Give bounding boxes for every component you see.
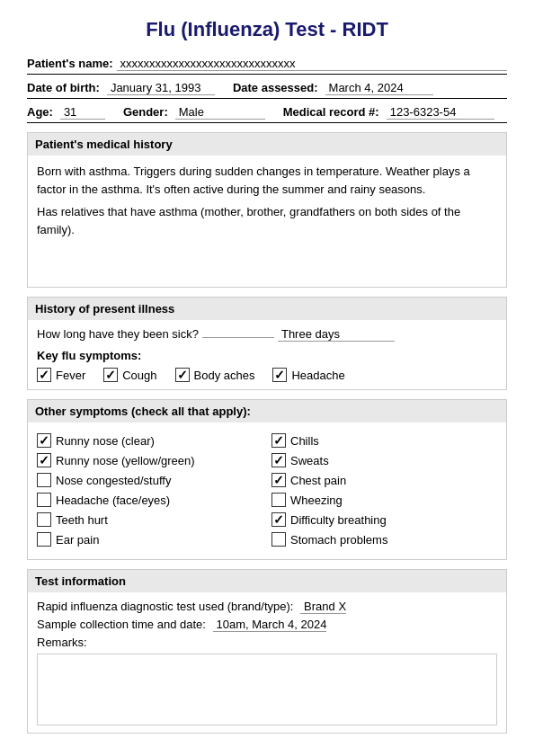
checkbox-other-headache-face[interactable] xyxy=(37,493,51,507)
checkmark-icon: ✓ xyxy=(273,453,284,467)
medical-record-label: Medical record #: xyxy=(283,105,379,119)
checkbox-headache[interactable]: ✓ xyxy=(272,368,287,382)
page-title: Flu (Influenza) Test - RIDT xyxy=(27,18,507,41)
key-symptoms-row: ✓Fever✓Cough✓Body aches✓Headache xyxy=(37,368,497,382)
checkmark-icon: ✓ xyxy=(273,512,284,527)
checkbox-other-difficulty-breathing[interactable]: ✓ xyxy=(271,512,286,527)
other-symptoms-right: ✓Chills✓Sweats✓Chest painWheezing✓Diffic… xyxy=(271,433,497,552)
remarks-box xyxy=(37,654,497,725)
test-info-header: Test information xyxy=(28,570,506,592)
patient-name-value: xxxxxxxxxxxxxxxxxxxxxxxxxxxxxx xyxy=(117,57,507,71)
checkmark-icon: ✓ xyxy=(39,368,49,382)
symptom-fever: ✓Fever xyxy=(37,368,85,382)
gender-value: Male xyxy=(175,105,265,120)
other-symptom-label-difficulty-breathing: Difficulty breathing xyxy=(290,513,387,527)
other-symptom-ear-pain: Ear pain xyxy=(37,532,263,547)
checkbox-other-chills[interactable]: ✓ xyxy=(271,433,286,448)
checkmark-icon: ✓ xyxy=(39,433,49,448)
sample-value: 10am, March 4, 2024 xyxy=(213,618,327,632)
other-symptom-label-teeth-hurt: Teeth hurt xyxy=(56,513,108,527)
sample-row: Sample collection time and date: 10am, M… xyxy=(37,618,497,631)
checkbox-other-stomach-problems[interactable] xyxy=(271,532,286,547)
other-symptoms-content: ✓Runny nose (clear)✓Runny nose (yellow/g… xyxy=(28,422,506,559)
other-symptom-label-nose-congested: Nose congested/stuffy xyxy=(56,474,171,487)
other-symptom-label-stomach-problems: Stomach problems xyxy=(290,533,387,547)
checkbox-body-aches[interactable]: ✓ xyxy=(175,368,190,382)
illness-history-section: History of present illness How long have… xyxy=(27,297,507,390)
symptom-label-body-aches: Body aches xyxy=(194,369,255,382)
remarks-row: Remarks: xyxy=(37,636,497,649)
other-symptom-runny-clear: ✓Runny nose (clear) xyxy=(37,433,263,448)
symptom-label-headache: Headache xyxy=(291,369,344,382)
other-symptom-label-sweats: Sweats xyxy=(290,454,329,467)
age-field: Age: 31 xyxy=(27,105,105,120)
other-symptom-teeth-hurt: Teeth hurt xyxy=(37,512,263,527)
other-symptom-label-chills: Chills xyxy=(290,434,319,448)
medical-history-text1: Born with asthma. Triggers during sudden… xyxy=(37,163,497,198)
checkmark-icon: ✓ xyxy=(105,368,116,382)
other-symptom-runny-yellow: ✓Runny nose (yellow/green) xyxy=(37,453,263,467)
test-info-section: Test information Rapid influenza diagnos… xyxy=(27,569,507,734)
checkmark-icon: ✓ xyxy=(177,368,188,382)
other-symptoms-grid: ✓Runny nose (clear)✓Runny nose (yellow/g… xyxy=(37,433,497,552)
other-symptom-headache-face: Headache (face/eyes) xyxy=(37,493,263,507)
patient-dob-row: Date of birth: January 31, 1993 Date ass… xyxy=(27,78,507,99)
checkbox-other-sweats[interactable]: ✓ xyxy=(271,453,286,467)
checkmark-icon: ✓ xyxy=(273,473,284,487)
checkbox-other-runny-clear[interactable]: ✓ xyxy=(37,433,51,448)
illness-history-header: History of present illness xyxy=(28,298,506,320)
medical-history-text2: Has relatives that have asthma (mother, … xyxy=(37,203,497,238)
age-value: 31 xyxy=(60,105,105,120)
symptom-cough: ✓Cough xyxy=(103,368,156,382)
brand-label: Rapid influenza diagnostic test used (br… xyxy=(37,600,293,613)
gender-label: Gender: xyxy=(123,105,168,119)
other-symptom-chest-pain: ✓Chest pain xyxy=(271,473,497,487)
how-long-row: How long have they been sick? Three days xyxy=(37,327,497,342)
other-symptom-label-ear-pain: Ear pain xyxy=(56,533,99,547)
checkbox-other-wheezing[interactable] xyxy=(271,493,286,507)
checkbox-other-teeth-hurt[interactable] xyxy=(37,512,51,527)
test-info-content: Rapid influenza diagnostic test used (br… xyxy=(28,592,506,733)
dob-value: January 31, 1993 xyxy=(107,81,215,95)
other-symptom-stomach-problems: Stomach problems xyxy=(271,532,497,547)
checkmark-icon: ✓ xyxy=(273,433,284,448)
how-long-line xyxy=(202,337,274,338)
gender-field: Gender: Male xyxy=(123,105,265,120)
other-symptom-nose-congested: Nose congested/stuffy xyxy=(37,473,263,487)
key-symptoms-label: Key flu symptoms: xyxy=(37,349,497,362)
how-long-label: How long have they been sick? xyxy=(37,327,199,341)
brand-value: Brand X xyxy=(300,600,346,614)
symptom-body-aches: ✓Body aches xyxy=(175,368,255,382)
other-symptom-label-runny-yellow: Runny nose (yellow/green) xyxy=(56,454,195,467)
symptom-label-fever: Fever xyxy=(56,369,85,382)
other-symptoms-left: ✓Runny nose (clear)✓Runny nose (yellow/g… xyxy=(37,433,263,552)
how-long-value: Three days xyxy=(278,327,395,342)
checkbox-other-runny-yellow[interactable]: ✓ xyxy=(37,453,51,467)
age-label: Age: xyxy=(27,105,53,119)
other-symptom-wheezing: Wheezing xyxy=(271,493,497,507)
medical-history-content: Born with asthma. Triggers during sudden… xyxy=(28,156,506,287)
remarks-label: Remarks: xyxy=(37,636,87,649)
checkbox-cough[interactable]: ✓ xyxy=(103,368,118,382)
checkbox-fever[interactable]: ✓ xyxy=(37,368,51,382)
illness-history-content: How long have they been sick? Three days… xyxy=(28,320,506,389)
checkbox-other-chest-pain[interactable]: ✓ xyxy=(271,473,286,487)
other-symptom-label-chest-pain: Chest pain xyxy=(290,474,346,487)
checkbox-other-nose-congested[interactable] xyxy=(37,473,51,487)
patient-name-label: Patient's name: xyxy=(27,57,113,70)
other-symptom-difficulty-breathing: ✓Difficulty breathing xyxy=(271,512,497,527)
other-symptom-chills: ✓Chills xyxy=(271,433,497,448)
medical-history-section: Patient's medical history Born with asth… xyxy=(27,132,507,288)
date-assessed-field: Date assessed: March 4, 2024 xyxy=(233,81,433,95)
symptom-headache: ✓Headache xyxy=(272,368,344,382)
other-symptom-label-wheezing: Wheezing xyxy=(290,494,343,507)
medical-record-value: 123-6323-54 xyxy=(387,105,494,120)
medical-history-header: Patient's medical history xyxy=(28,133,506,156)
date-assessed-label: Date assessed: xyxy=(233,81,318,94)
date-assessed-value: March 4, 2024 xyxy=(325,81,433,95)
checkmark-icon: ✓ xyxy=(274,368,285,382)
other-symptoms-header: Other symptoms (check all that apply): xyxy=(28,400,506,422)
checkbox-other-ear-pain[interactable] xyxy=(37,532,51,547)
patient-name-row: Patient's name: xxxxxxxxxxxxxxxxxxxxxxxx… xyxy=(27,54,507,75)
other-symptom-label-headache-face: Headache (face/eyes) xyxy=(56,494,170,507)
